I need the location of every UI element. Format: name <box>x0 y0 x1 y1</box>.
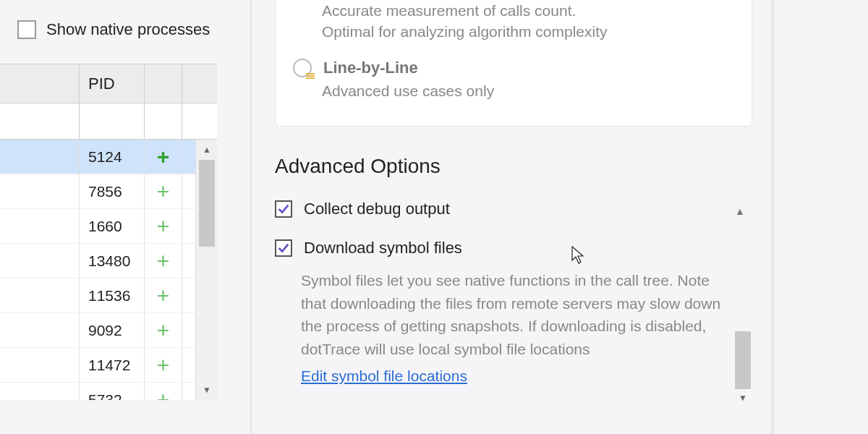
plus-icon[interactable]: + <box>157 146 170 168</box>
table-row[interactable]: 13480 + <box>0 244 217 278</box>
right-pane-scrollbar[interactable]: ▼ <box>732 0 754 434</box>
download-symbols-help: Symbol files let you see native function… <box>301 269 728 388</box>
filter-spacer <box>182 103 217 139</box>
cell-pid: 5124 <box>80 140 145 174</box>
show-native-processes-checkbox[interactable] <box>17 20 36 39</box>
plus-icon[interactable]: + <box>157 320 170 341</box>
collect-debug-row: Collect debug output <box>275 200 450 218</box>
process-grid-scrollbar[interactable]: ▲ ▼ <box>195 140 217 400</box>
right-edge-divider <box>771 0 774 434</box>
process-grid-body: 5124 + 7856 + 1660 + 13480 + 11536 + <box>0 140 217 400</box>
plus-icon[interactable]: + <box>157 216 170 237</box>
download-symbols-row: Download symbol files <box>275 239 462 258</box>
advanced-options-heading: Advanced Options <box>275 155 441 178</box>
scroll-down-icon[interactable]: ▼ <box>732 389 754 407</box>
line-by-line-option[interactable]: Line-by-Line <box>322 59 734 77</box>
cell-pid: 1660 <box>80 209 145 243</box>
column-header-pid[interactable]: PID <box>80 64 145 103</box>
show-native-processes-row: Show native processes <box>17 20 210 39</box>
options-pane: Accurate measurement of calls count. Opt… <box>275 0 781 434</box>
cell-pid: 11472 <box>80 348 145 382</box>
download-symbols-checkbox[interactable] <box>275 239 292 257</box>
process-list-pane: Show native processes PID 5124 + 7856 + <box>0 0 217 434</box>
collect-debug-label: Collect debug output <box>304 200 450 218</box>
plus-icon[interactable]: + <box>157 181 170 203</box>
column-header-spacer <box>182 64 217 103</box>
process-grid-filter-row <box>0 103 217 140</box>
process-grid: PID 5124 + 7856 + 1660 + <box>0 64 217 140</box>
cell-pid: 7856 <box>80 174 145 208</box>
filter-pid[interactable] <box>80 103 145 139</box>
filter-add <box>145 103 182 139</box>
line-by-line-icon <box>293 59 312 77</box>
download-symbols-help-text: Symbol files let you see native function… <box>301 272 720 357</box>
line-by-line-label: Line-by-Line <box>323 59 418 77</box>
cell-pid: 9092 <box>80 313 145 347</box>
cell-pid: 5732 <box>80 383 145 400</box>
scroll-thumb[interactable] <box>735 331 751 389</box>
show-native-processes-label: Show native processes <box>46 20 210 39</box>
pane-divider <box>250 0 252 434</box>
plus-icon[interactable]: + <box>157 389 170 401</box>
column-header-name[interactable] <box>0 64 80 103</box>
cell-pid: 11536 <box>80 278 145 312</box>
filter-name[interactable] <box>0 103 80 139</box>
table-row[interactable]: 1660 + <box>0 209 217 244</box>
plus-icon[interactable]: + <box>157 354 170 376</box>
table-row[interactable]: 5732 + <box>0 383 217 400</box>
process-grid-header: PID <box>0 64 217 103</box>
profiling-mode-card: Accurate measurement of calls count. Opt… <box>275 0 752 127</box>
scroll-up-icon[interactable]: ▲ <box>196 140 217 160</box>
table-row[interactable]: 11472 + <box>0 348 217 383</box>
plus-icon[interactable]: + <box>157 285 170 307</box>
line-by-line-desc: Advanced use cases only <box>322 80 734 101</box>
table-row[interactable]: 9092 + <box>0 313 217 348</box>
scroll-thumb[interactable] <box>199 160 215 247</box>
table-row[interactable]: 11536 + <box>0 278 217 313</box>
collect-debug-checkbox[interactable] <box>275 200 292 218</box>
edit-symbol-locations-link[interactable]: Edit symbol file locations <box>301 365 728 388</box>
scroll-down-icon[interactable]: ▼ <box>196 380 217 400</box>
table-row[interactable]: 5124 + <box>0 140 217 174</box>
plus-icon[interactable]: + <box>157 250 170 272</box>
tracing-desc-2: Optimal for analyzing algorithm complexi… <box>322 21 734 42</box>
tracing-desc-1: Accurate measurement of calls count. <box>322 0 734 21</box>
download-symbols-label: Download symbol files <box>304 239 462 258</box>
table-row[interactable]: 7856 + <box>0 174 217 209</box>
column-header-add <box>145 64 182 103</box>
cell-pid: 13480 <box>80 244 145 278</box>
